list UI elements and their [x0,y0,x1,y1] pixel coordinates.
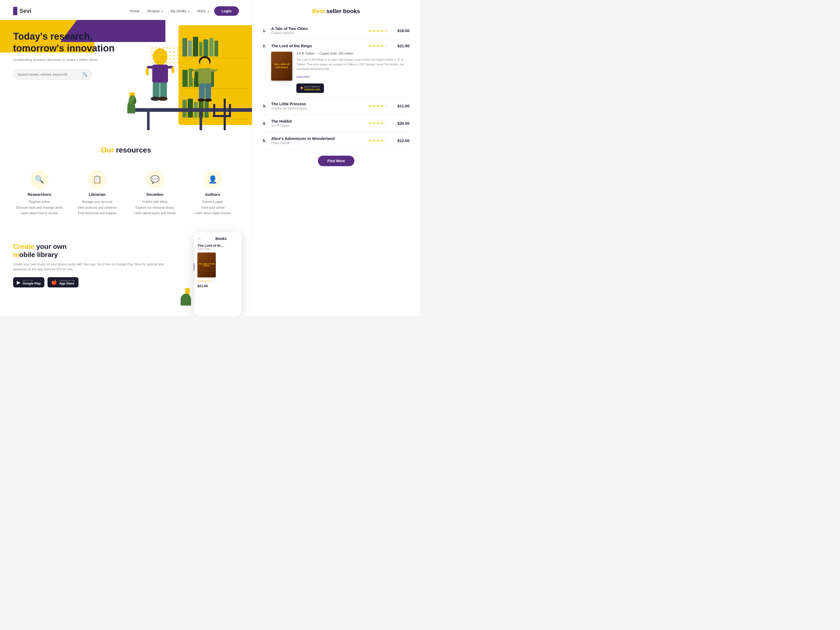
mobile-text: Create your ownmobile library Create you… [13,243,173,287]
woman-illustration [142,44,178,112]
hero-text: Today's research, tomorrow's innovation … [13,30,123,80]
right-panel: Best seller books 1. A Tale of Two Citie… [252,0,420,316]
desk-leg-left [147,112,150,130]
logo-text: Sevi [19,8,31,14]
book-author-2: J.R.R Tolkien [296,52,315,55]
book-title-5: Alice's Adventures in Wonderland [271,136,361,141]
librarian-name: Librarian [74,192,121,197]
nav-link-browse[interactable]: Browse ▾ [147,9,163,13]
login-button[interactable]: Login [214,6,239,16]
app-store-subtitle: Download on the [59,279,75,282]
book-info-4: The Hobbit J.R.R Tolkien [271,119,361,128]
svg-rect-13 [198,68,211,84]
phone-stars: ★ ★ ★ ★ ★ [197,279,238,283]
mobile-desc: Create your own library on your phone ea… [13,262,173,272]
google-play-subtitle: GET IT ON [22,279,41,282]
hero-title: Today's research, tomorrow's innovation [13,30,123,54]
stars-3: ★ ★ ★ ★ ★ [369,104,388,108]
svg-rect-19 [205,84,211,99]
find-more-button[interactable]: Find More [318,156,354,166]
phone-back-icon[interactable]: ← [197,236,202,241]
book-title-2: The Lord of the Rings [271,44,361,48]
store-badges: ▶ GET IT ON Google Play 🍎 Download on th… [13,277,173,287]
book-rank-1: 1. [263,28,268,33]
book-detail-2: THE LORD OF THE RINGS J.R.R Tolkien • Co… [271,52,409,93]
book-item-5: 5. Alice's Adventures in Wonderland Lewi… [263,132,409,149]
resource-authors: 👤 Authors Submit a paper Track your arti… [186,165,239,221]
google-play-badge[interactable]: ▶ GET IT ON Google Play [13,277,44,287]
stars-2: ★ ★ ★ ★ ★ [369,44,388,48]
chair-seat [213,115,231,117]
authors-name: Authors [189,192,236,197]
svg-point-10 [158,96,167,101]
svg-rect-18 [199,84,205,99]
svg-rect-4 [146,68,148,76]
stars-5: ★ ★ ★ ★ ★ [369,138,388,142]
plant [129,92,135,114]
bestseller-heading: Best seller books [263,8,409,15]
app-store-icon: 🍎 [51,279,57,285]
search-input[interactable] [17,73,82,76]
phone-book-title: The Lord of th... [197,243,238,248]
nav-item-browse[interactable]: Browse ▾ [147,9,163,13]
book-rank-3: 3. [263,104,268,108]
nav-item-mybooks[interactable]: My books ▾ [171,9,189,13]
read-more-link[interactable]: read more [296,75,309,78]
search-button[interactable]: 🔍 [82,72,87,77]
chair-leg [229,104,231,117]
phone-book-author: J.R.R Tolki... [197,248,238,250]
svg-rect-17 [215,71,218,77]
book-title-1: A Tale of Two Cities [271,26,361,31]
book-info-3: The Little Princess Antoine de Saint-Exu… [271,102,361,110]
logo-icon [13,7,17,15]
svg-point-12 [200,58,210,68]
phone-book-cover: THE LORD OF THE RINGS [197,253,216,278]
book-price-5: $12.00 [395,138,409,143]
phone-cover-text: THE LORD OF THE RINGS [197,262,216,267]
app-store-title: App Store [59,282,75,285]
book-info-1: A Tale of Two Cities Charles Dickens [271,26,361,35]
book-price-4: $20.00 [395,121,409,125]
book-price-1: $18.00 [395,28,409,33]
navbar: Sevi Home Browse ▾ My books ▾ [0,0,252,20]
nav-link-mybooks[interactable]: My books ▾ [171,9,189,13]
nav-link-home[interactable]: Home [129,9,139,13]
buy-store: amazon.com [304,88,320,91]
hero-illustration [121,25,252,130]
nav-link-more[interactable]: More ▾ [197,9,209,13]
app-store-badge[interactable]: 🍎 Download on the App Store [47,277,79,287]
nav-item-home[interactable]: Home [129,9,139,13]
resource-librarian: 📋 Librarian Manage your account View pro… [71,165,123,221]
librarian-links: Manage your account View products and so… [74,199,121,216]
book-price-2: $21.00 [395,44,409,48]
resource-societies: 💬 Societies Publish with Wiley Explore o… [129,165,181,221]
resources-grid: 🔍 Researchers Register online Discover t… [13,165,239,221]
book-item-3: 3. The Little Princess Antoine de Saint-… [263,97,409,115]
desk-leg-right [199,112,202,130]
book-cover-lotr: THE LORD OF THE RINGS [271,52,292,81]
svg-rect-7 [153,82,159,98]
societies-links: Publish with Wiley Explore our resource … [131,199,178,216]
book-info-5: Alice's Adventures in Wonderland Lewis C… [271,136,361,145]
svg-rect-15 [192,71,194,78]
researchers-name: Researchers [16,192,63,197]
book-list: 1. A Tale of Two Cities Charles Dickens … [263,22,409,149]
researchers-icon: 🔍 [30,170,49,188]
more-arrow-icon: ▾ [208,10,209,13]
authors-icon: 👤 [204,170,222,188]
book-author-5: Lewis Carroll [271,141,361,145]
book-copies-2: Copies Sold: 150 million [319,52,353,55]
book-item-4: 4. The Hobbit J.R.R Tolkien ★ ★ ★ ★ ★ $2… [263,115,409,132]
nav-item-more[interactable]: More ▾ [197,9,209,13]
search-bar[interactable]: 🔍 [13,69,92,80]
left-panel: Sevi Home Browse ▾ My books ▾ [0,0,252,316]
librarian-icon: 📋 [88,170,106,188]
man-illustration [189,51,221,112]
phone-price: $21.00 [197,284,238,288]
google-play-icon: ▶ [17,279,21,285]
hero-subtitle: Accelerating research discovery to shape… [13,58,123,62]
amazon-buy-button[interactable]: 📦 BUY IT NOW AT amazon.com [296,84,324,93]
logo[interactable]: Sevi [13,7,31,15]
stars-4: ★ ★ ★ ★ ★ [369,121,388,125]
mobile-title: Create your ownmobile library [13,243,173,259]
